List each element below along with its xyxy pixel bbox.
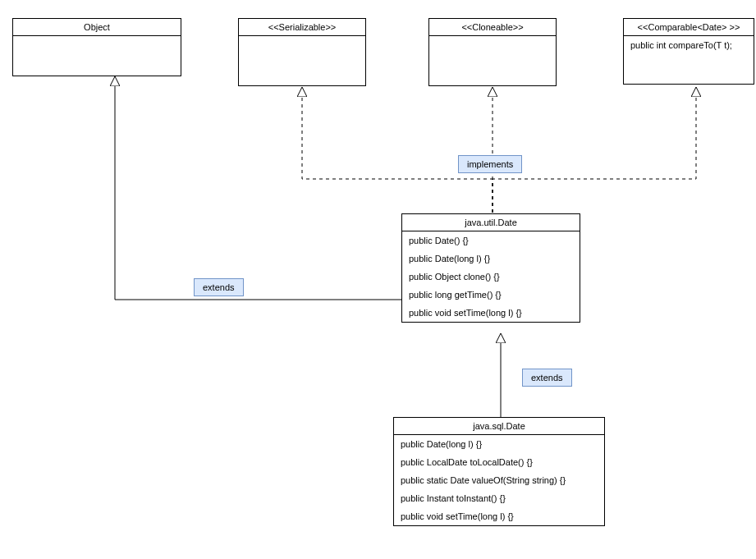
class-util-date: java.util.Date public Date() {} public D… <box>401 213 580 323</box>
class-object: Object <box>12 18 181 76</box>
class-object-title: Object <box>13 19 181 36</box>
label-implements: implements <box>458 155 522 173</box>
sql-date-method-1: public LocalDate toLocalDate() {} <box>394 453 604 471</box>
interface-cloneable: <<Cloneable>> <box>428 18 557 86</box>
class-sql-date: java.sql.Date public Date(long l) {} pub… <box>393 417 605 526</box>
util-date-method-3: public long getTime() {} <box>402 286 580 304</box>
sql-date-method-4: public void setTime(long l) {} <box>394 507 604 525</box>
util-date-method-4: public void setTime(long l) {} <box>402 304 580 322</box>
comparable-method-0: public int compareTo(T t); <box>624 36 754 54</box>
util-date-method-0: public Date() {} <box>402 231 580 250</box>
util-date-method-1: public Date(long l) {} <box>402 250 580 268</box>
interface-serializable-title: <<Serializable>> <box>239 19 365 36</box>
util-date-method-2: public Object clone() {} <box>402 268 580 286</box>
class-sql-date-title: java.sql.Date <box>394 418 604 435</box>
label-extends-object: extends <box>194 278 244 296</box>
sql-date-method-0: public Date(long l) {} <box>394 435 604 453</box>
label-extends-util: extends <box>522 369 572 387</box>
sql-date-method-2: public static Date valueOf(String string… <box>394 471 604 489</box>
sql-date-method-3: public Instant toInstant() {} <box>394 489 604 507</box>
interface-serializable: <<Serializable>> <box>238 18 366 86</box>
interface-comparable: <<Comparable<Date> >> public int compare… <box>623 18 754 85</box>
interface-comparable-title: <<Comparable<Date> >> <box>624 19 754 36</box>
interface-cloneable-title: <<Cloneable>> <box>429 19 556 36</box>
class-util-date-title: java.util.Date <box>402 214 580 231</box>
